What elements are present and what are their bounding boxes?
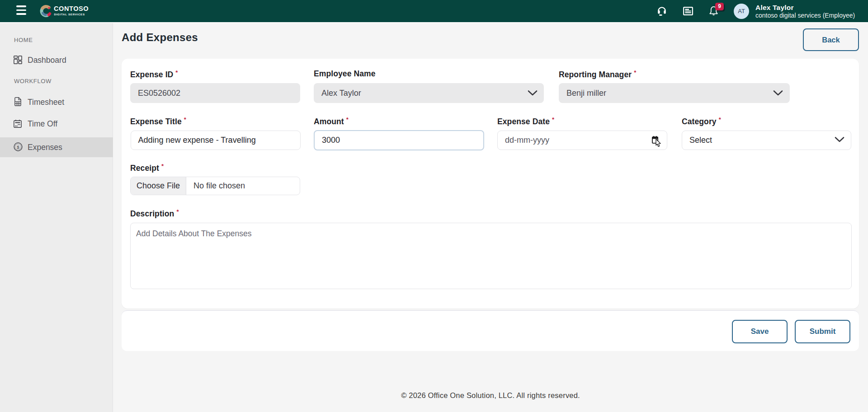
svg-text:$: $ (17, 144, 19, 149)
